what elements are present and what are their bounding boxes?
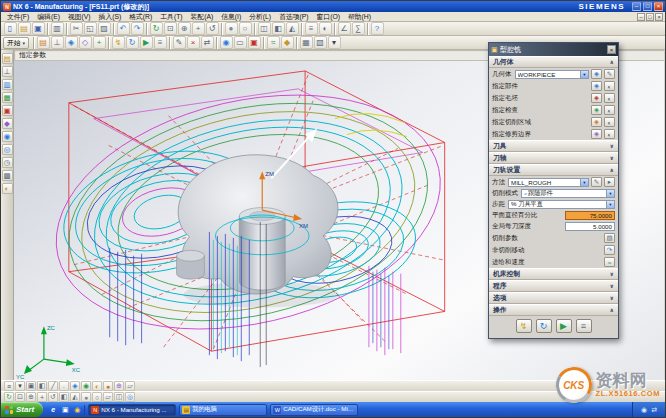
create-geometry-icon[interactable]: ◈: [65, 36, 78, 49]
start-button[interactable]: Start: [1, 402, 43, 417]
view-isometric-icon[interactable]: ◭: [286, 22, 299, 35]
select-check-button[interactable]: ◈: [591, 105, 602, 115]
list-window-icon[interactable]: ▭: [234, 36, 247, 49]
snap-center-icon[interactable]: ◉: [81, 381, 91, 391]
fit-window-icon[interactable]: ⊡: [15, 392, 25, 402]
background-icon[interactable]: ◫: [114, 392, 124, 402]
close-button[interactable]: ×: [654, 2, 663, 11]
task-word-doc[interactable]: W CAD/CAM设计.doc - Mi...: [270, 404, 358, 416]
rotate-view-icon[interactable]: ↺: [206, 22, 219, 35]
operation-navigator-icon[interactable]: ▦: [2, 92, 13, 103]
snap-midpoint-icon[interactable]: ◐: [92, 381, 102, 391]
create-operation-icon[interactable]: +: [93, 36, 106, 49]
section-path-settings[interactable]: 刀轨设置 ∧: [489, 164, 618, 176]
snapshot-icon[interactable]: ◎: [125, 392, 135, 402]
open-file-icon[interactable]: ▤: [18, 22, 31, 35]
display-part-button[interactable]: ◐: [604, 81, 615, 91]
network-tray-icon[interactable]: ⇄: [651, 406, 657, 414]
verify-toolpath-icon[interactable]: ▶: [140, 36, 153, 49]
feeds-speeds-icon[interactable]: ≈: [267, 36, 280, 49]
pan-view-icon[interactable]: +: [37, 392, 47, 402]
tool-library-icon[interactable]: ◆: [281, 36, 294, 49]
menu-item[interactable]: 信息(I): [217, 12, 245, 22]
maximize-button[interactable]: □: [643, 2, 652, 11]
minimize-button[interactable]: –: [632, 2, 641, 11]
replay-button[interactable]: ↻: [536, 319, 552, 333]
wireframe-icon[interactable]: ○: [92, 392, 102, 402]
section-actions[interactable]: 操作 ∧: [489, 304, 618, 316]
shaded-icon[interactable]: ●: [81, 392, 91, 402]
wcs-toggle-icon[interactable]: ⊕: [114, 381, 124, 391]
zoom-icon[interactable]: ⊕: [26, 392, 36, 402]
menu-icon[interactable]: ≡: [4, 381, 14, 391]
pan-icon[interactable]: +: [192, 22, 205, 35]
create-method-icon[interactable]: ◇: [79, 36, 92, 49]
constraint-navigator-icon[interactable]: ⊥: [2, 66, 13, 77]
non-cutting-moves-button[interactable]: ↷: [604, 245, 615, 255]
materials-icon[interactable]: ▩: [2, 170, 13, 181]
flat-diameter-input[interactable]: 75.0000: [565, 211, 615, 220]
show-hide-icon[interactable]: ◐: [319, 22, 332, 35]
snap-point-icon[interactable]: ◈: [70, 381, 80, 391]
menu-item[interactable]: 插入(S): [95, 12, 126, 22]
more-commands-icon[interactable]: ▾: [328, 36, 341, 49]
method-combo[interactable]: MILL_ROUGH ▾: [508, 178, 589, 187]
replay-toolpath-icon[interactable]: ↻: [126, 36, 139, 49]
select-part-button[interactable]: ◈: [591, 81, 602, 91]
select-face-icon[interactable]: ◧: [37, 381, 47, 391]
grid-options-icon[interactable]: ▦: [300, 36, 313, 49]
geometry-combo[interactable]: WORKPIECE ▾: [515, 70, 590, 79]
task-my-computer[interactable]: ▤ 我的电脑: [179, 404, 267, 416]
select-geometry-button[interactable]: ◈: [591, 69, 602, 79]
isometric-view-icon[interactable]: ◭: [70, 392, 80, 402]
paste-icon[interactable]: ▨: [98, 22, 111, 35]
depth-per-cut-input[interactable]: 5.0000: [565, 222, 615, 231]
volume-tray-icon[interactable]: ◉: [641, 406, 647, 414]
new-geometry-button[interactable]: ✎: [604, 69, 615, 79]
selection-filter-icon[interactable]: ▾: [15, 381, 25, 391]
menu-item[interactable]: 窗口(O): [313, 12, 344, 22]
select-vertex-icon[interactable]: ∙: [59, 381, 69, 391]
save-icon[interactable]: ▣: [32, 22, 45, 35]
clip-section-icon[interactable]: ▱: [103, 392, 113, 402]
feeds-speeds-button[interactable]: ≈: [604, 257, 615, 267]
stepover-combo[interactable]: % 刀具平直 ▾: [508, 200, 615, 209]
part-navigator-icon[interactable]: ▥: [2, 79, 13, 90]
show-desktop-icon[interactable]: ▣: [60, 405, 70, 415]
select-cut-area-button[interactable]: ◈: [591, 117, 602, 127]
cut-pattern-combo[interactable]: ≈ 跟随部件 ▾: [521, 189, 615, 198]
section-options[interactable]: 选项 ∨: [489, 292, 618, 304]
section-tool[interactable]: 刀具 ∨: [489, 140, 618, 152]
hatch-options-icon[interactable]: ▧: [314, 36, 327, 49]
measure-angle-icon[interactable]: ∠: [338, 22, 351, 35]
shaded-display-icon[interactable]: ●: [225, 22, 238, 35]
menu-item[interactable]: 视图(V): [64, 12, 95, 22]
section-geometry[interactable]: 几何体 ∧: [489, 56, 618, 68]
show-toolpath-icon[interactable]: ◉: [220, 36, 233, 49]
menu-item[interactable]: 编辑(E): [33, 12, 64, 22]
display-trim-button[interactable]: ◐: [604, 129, 615, 139]
section-tool-axis[interactable]: 刀轴 ∨: [489, 152, 618, 164]
media-player-icon[interactable]: ◉: [72, 405, 82, 415]
doc-restore-button[interactable]: □: [646, 13, 654, 21]
list-button[interactable]: ≡: [576, 319, 592, 333]
menu-item[interactable]: 格式(R): [125, 12, 156, 22]
create-program-icon[interactable]: ▤: [37, 36, 50, 49]
menu-item[interactable]: 装配(A): [187, 12, 218, 22]
wireframe-display-icon[interactable]: ○: [239, 22, 252, 35]
select-edge-icon[interactable]: ╱: [48, 381, 58, 391]
machine-tool-view-icon[interactable]: ▣: [2, 105, 13, 116]
select-blank-button[interactable]: ◈: [591, 93, 602, 103]
zoom-in-icon[interactable]: ⊕: [178, 22, 191, 35]
view-top-icon[interactable]: ◫: [258, 22, 271, 35]
ie-quicklaunch-icon[interactable]: e: [48, 405, 58, 415]
edit-object-icon[interactable]: ✎: [173, 36, 186, 49]
cut-icon[interactable]: ✂: [70, 22, 83, 35]
menu-item[interactable]: 帮助(H): [344, 12, 375, 22]
menu-item[interactable]: 文件(F): [3, 12, 33, 22]
cutting-parameters-button[interactable]: ▧: [604, 233, 615, 243]
copy-icon[interactable]: ◱: [84, 22, 97, 35]
history-icon[interactable]: ◷: [2, 157, 13, 168]
menu-item[interactable]: 工具(T): [156, 12, 186, 22]
refresh-view-icon[interactable]: ↻: [4, 392, 14, 402]
